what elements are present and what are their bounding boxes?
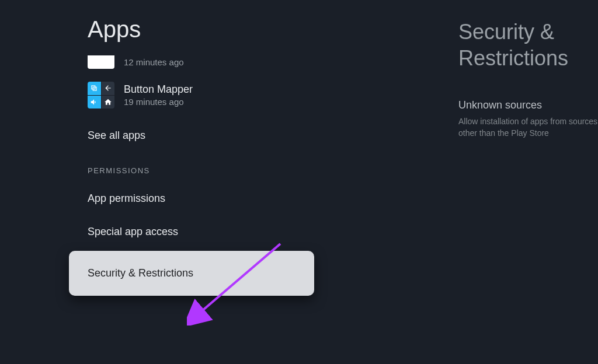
cx-badge-icon: cx bbox=[95, 44, 106, 53]
app-row-cx[interactable]: cx 12 minutes ago bbox=[88, 55, 385, 69]
app-time: 12 minutes ago bbox=[124, 57, 184, 67]
app-name: Button Mapper bbox=[124, 83, 193, 96]
unknown-sources-desc: Allow installation of apps from sources … bbox=[458, 116, 598, 139]
detail-panel: Security & Restrictions Unknown sources … bbox=[385, 0, 598, 364]
detail-title: Security & Restrictions bbox=[458, 19, 598, 71]
security-restrictions-item[interactable]: Security & Restrictions bbox=[69, 251, 314, 296]
svg-rect-0 bbox=[92, 86, 95, 89]
apps-panel: Apps cx 12 minutes ago bbox=[0, 0, 385, 364]
app-permissions-item[interactable]: App permissions bbox=[88, 182, 385, 215]
unknown-sources-title: Unknown sources bbox=[458, 99, 598, 111]
page-title: Apps bbox=[88, 16, 385, 43]
cx-app-icon: cx bbox=[88, 42, 114, 69]
volume-icon bbox=[88, 96, 101, 109]
square-icon bbox=[88, 82, 101, 95]
back-arrow-icon bbox=[102, 82, 115, 95]
permissions-section-header: PERMISSIONS bbox=[88, 166, 385, 175]
app-row-button-mapper[interactable]: Button Mapper 19 minutes ago bbox=[88, 82, 385, 108]
button-mapper-app-icon bbox=[88, 82, 114, 108]
app-time: 19 minutes ago bbox=[124, 97, 193, 107]
special-app-access-item[interactable]: Special app access bbox=[88, 215, 385, 249]
see-all-apps-item[interactable]: See all apps bbox=[88, 119, 385, 152]
svg-rect-1 bbox=[93, 88, 97, 91]
unknown-sources-item[interactable]: Unknown sources Allow installation of ap… bbox=[458, 99, 598, 139]
home-icon bbox=[102, 96, 115, 109]
